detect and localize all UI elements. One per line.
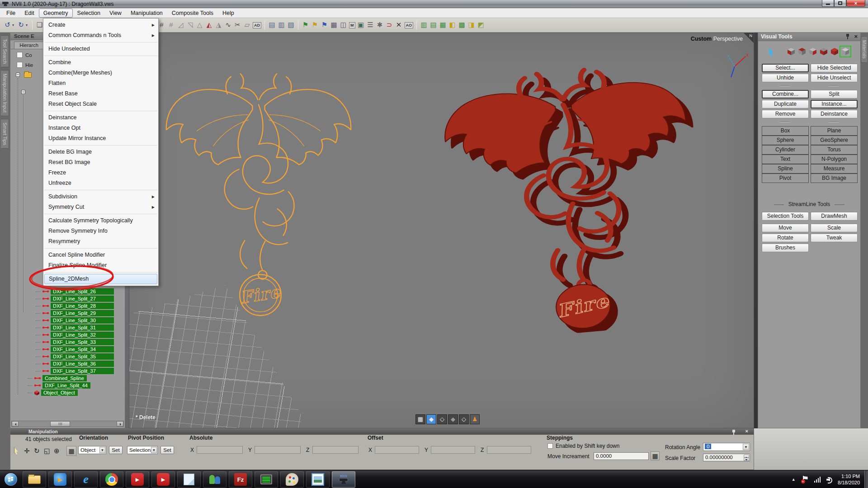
deinstance-button[interactable]: Deinstance — [811, 110, 858, 118]
menu-item-delete-bg-image[interactable]: Delete BG Image — [43, 147, 158, 157]
menu-item-unfreeze[interactable]: Unfreeze — [43, 178, 158, 188]
tab-tool-search[interactable]: Tool Search — [1, 35, 9, 67]
taskbar-app-paint[interactable] — [280, 471, 304, 488]
combine-button[interactable]: Combine... — [762, 90, 809, 99]
checkbox[interactable] — [17, 62, 23, 68]
remove-button[interactable]: Remove — [762, 110, 809, 118]
toolbar-icon[interactable]: ⚑ — [310, 20, 320, 30]
grid-toggle-button[interactable]: ▦ — [415, 414, 425, 424]
shaded-mode-button[interactable]: ◆ — [426, 414, 436, 424]
wireframe-mode-button[interactable]: ◇ — [437, 414, 447, 424]
menu-item-update-mirror-instance[interactable]: Update Mirror Instance — [43, 133, 158, 144]
toolbar-icon[interactable]: ▦ — [329, 20, 339, 30]
menu-composite-tools[interactable]: Composite Tools — [167, 9, 218, 18]
pivot-tool-icon[interactable]: ⊕ — [54, 447, 60, 455]
brushes-button[interactable]: Brushes — [762, 244, 809, 252]
menu-item-resymmetry[interactable]: Resymmetry — [43, 236, 158, 247]
hide-selected-button[interactable]: Hide Selected — [811, 64, 858, 72]
absolute-z-input[interactable] — [312, 446, 359, 454]
rotation-angle-combo[interactable]: 0 ▼ — [703, 443, 750, 451]
toolbar-icon[interactable]: ▧ — [286, 20, 296, 30]
action-center-icon[interactable]: × — [802, 476, 808, 483]
toolbar-icon[interactable]: ◨ — [467, 20, 476, 30]
n-polygon-button[interactable]: N-Polygon — [811, 155, 858, 164]
taskbar-app-notes[interactable] — [177, 471, 201, 488]
tree-item-dxf_line_split_34[interactable]: DXF_Line_Split_34 — [10, 346, 125, 353]
toolbar-icon[interactable]: ◫ — [339, 20, 348, 30]
pointer-tool-icon[interactable] — [14, 447, 20, 455]
toolbar-icon[interactable]: ☰ — [366, 20, 375, 30]
hide-unselect-button[interactable]: Hide Unselect — [811, 74, 858, 82]
toolbar-icon[interactable]: ▣ — [356, 20, 366, 30]
checkbox[interactable] — [17, 52, 23, 58]
absolute-y-input[interactable] — [255, 446, 301, 454]
shift-enable-checkbox[interactable] — [547, 443, 553, 449]
scale-factor-field[interactable]: 0.00000000 — [703, 454, 750, 461]
rotate-button[interactable]: Rotate — [762, 234, 809, 242]
pivot-button[interactable]: Pivot — [762, 174, 809, 183]
toolbar-icon[interactable]: ◭ — [204, 20, 214, 30]
view-mode-label[interactable]: Custom Perspective — [691, 36, 743, 42]
toolbar-icon[interactable]: ✱ — [375, 20, 385, 30]
dropdown-arrow-icon[interactable]: ▾ — [26, 23, 30, 27]
toolbar-badge-ad[interactable]: AD — [253, 22, 261, 28]
toolbar-icon[interactable]: # — [166, 20, 176, 30]
toolbar-icon[interactable]: ▤ — [429, 20, 438, 30]
menu-geometry[interactable]: Geometry — [39, 9, 73, 18]
orientation-dropdown[interactable]: Object ▼ — [78, 446, 106, 454]
menu-item-combine[interactable]: Combine — [43, 57, 158, 68]
tree-item-dxf_line_split_31[interactable]: DXF_Line_Split_31 — [10, 324, 125, 331]
menu-file[interactable]: File — [2, 9, 20, 18]
toolbar-icon[interactable]: ↻ — [16, 20, 26, 30]
pin-icon[interactable] — [732, 430, 736, 435]
edges-mode-button[interactable]: ◇ — [459, 414, 469, 424]
checkbox-row[interactable]: Co — [17, 52, 32, 58]
toolbar-icon[interactable]: △ — [195, 20, 204, 30]
menu-item-finalize-spline-modifier[interactable]: Finalize Spline Modifier — [43, 260, 158, 271]
torus-button[interactable]: Torus — [811, 145, 858, 155]
toolbar-icon[interactable]: ◩ — [476, 20, 486, 30]
tab-hierarchy[interactable]: Hierarch — [14, 42, 44, 49]
pivot-set-button[interactable]: Set — [160, 446, 174, 454]
offset-x-input[interactable] — [375, 446, 419, 454]
menu-item-freeze[interactable]: Freeze — [43, 168, 158, 178]
taskbar-app-ie[interactable] — [74, 471, 98, 488]
tree-item-combined_spline[interactable]: Combined_Spline — [10, 375, 125, 382]
cube-mode-icon[interactable] — [797, 47, 807, 56]
menu-item-spline-2dmesh[interactable]: Spline_2DMesh — [44, 274, 157, 284]
scroll-thumb[interactable] — [50, 421, 70, 427]
network-icon[interactable] — [814, 477, 821, 483]
tree-item-dxf_line_split_32[interactable]: DXF_Line_Split_32 — [10, 331, 125, 338]
move-button[interactable]: Move — [762, 224, 809, 232]
duplicate-button[interactable]: Duplicate — [762, 100, 809, 108]
dropdown-arrow-icon[interactable]: ▾ — [12, 23, 16, 27]
taskbar-app-photos[interactable] — [306, 471, 330, 488]
toolbar-icon[interactable]: ◧ — [448, 20, 457, 30]
menu-view[interactable]: View — [105, 9, 126, 18]
toolbar-icon[interactable]: ↺ — [3, 20, 12, 30]
panel-close-icon[interactable]: × — [745, 428, 748, 434]
spinner-control[interactable] — [744, 455, 749, 461]
menu-item-common-commands-n-tools[interactable]: Common Commands n Tools▶ — [43, 30, 158, 41]
cube-mode-icon[interactable] — [819, 47, 829, 56]
bg-image-button[interactable]: BG Image — [811, 174, 858, 183]
toolbar-icon[interactable]: ◹ — [185, 20, 195, 30]
toolbar-icon[interactable]: ▩ — [457, 20, 467, 30]
menu-edit[interactable]: Edit — [20, 9, 39, 18]
tree-item-dxf_line_split_37[interactable]: DXF_Line_Split_37 — [10, 367, 125, 375]
minimize-button[interactable] — [822, 0, 834, 7]
start-button[interactable] — [5, 473, 17, 486]
cube-mode-icon-active[interactable] — [840, 47, 850, 56]
reference-figure-button[interactable]: ♟ — [470, 414, 480, 424]
toolbar-icon[interactable]: ✕ — [394, 20, 404, 30]
clock[interactable]: 1:10 PM 8/18/2020 — [838, 473, 860, 486]
menu-item-reset-base[interactable]: Reset Base — [43, 89, 158, 99]
instance-button[interactable]: Instance... — [811, 100, 858, 108]
menu-item-reset-bg-image[interactable]: Reset BG Image — [43, 157, 158, 168]
menu-item-calculate-symmetry-topologically[interactable]: Calculate Symmetry Topologically — [43, 216, 158, 226]
taskbar-app-wmp[interactable] — [48, 471, 72, 488]
select-cursor-icon[interactable] — [769, 47, 776, 57]
drawmesh-button[interactable]: DrawMesh — [811, 212, 858, 221]
cube-mode-icon[interactable] — [830, 47, 840, 56]
spline-button[interactable]: Spline — [762, 164, 809, 174]
